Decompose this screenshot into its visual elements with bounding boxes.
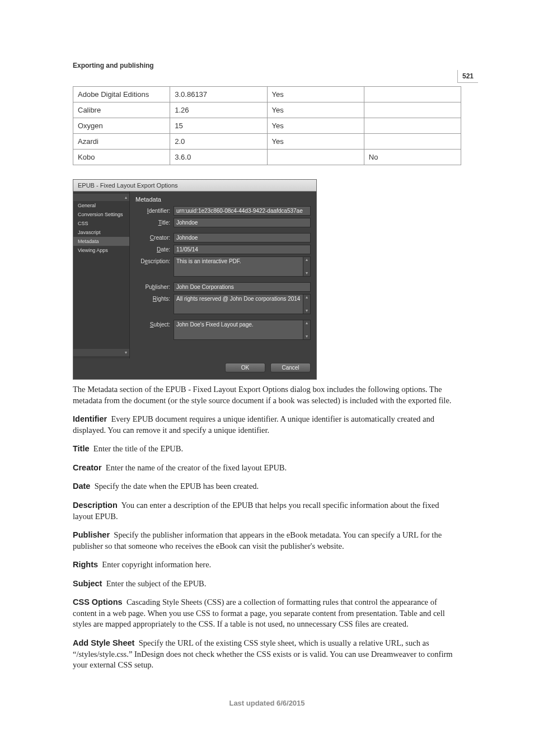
sidebar-item-viewing[interactable]: Viewing Apps (73, 246, 129, 255)
cell-version: 1.26 (170, 102, 267, 118)
table-row: Kobo 3.6.0 No (73, 150, 461, 165)
scroll-up-icon[interactable]: ▴ (73, 194, 129, 201)
footer-updated: Last updated 6/6/2015 (73, 699, 461, 707)
cell-version: 2.0 (170, 134, 267, 150)
publisher-paragraph: Publisher Specify the publisher informat… (73, 530, 461, 552)
creator-paragraph: Creator Enter the name of the creator of… (73, 463, 461, 474)
cell-note (364, 87, 461, 102)
date-text: Specify the date when the EPUB has been … (95, 482, 259, 491)
identifier-term: Identifier (73, 414, 107, 423)
creator-text: Enter the name of the creator of the fix… (106, 463, 287, 472)
css-term: CSS Options (73, 598, 123, 606)
description-label: Description: (135, 256, 174, 264)
publisher-term: Publisher (73, 530, 110, 539)
cell-support (267, 150, 364, 165)
creator-label: Creator: (135, 233, 174, 241)
publisher-label: Publisher: (135, 282, 174, 290)
cell-app: Azardi (73, 134, 170, 150)
cell-support: Yes (267, 134, 364, 150)
sidebar-item-conversion[interactable]: Conversion Settings (73, 210, 129, 219)
cell-app: Adobe Digital Editions (73, 87, 170, 102)
cell-version: 3.0.86137 (170, 87, 267, 102)
arrow-up-icon[interactable]: ▴ (306, 295, 308, 300)
arrow-up-icon[interactable]: ▴ (306, 320, 308, 326)
sidebar-item-general[interactable]: General (73, 201, 129, 210)
ok-button[interactable]: OK (225, 363, 265, 372)
rights-term: Rights (73, 560, 98, 569)
cancel-button[interactable]: Cancel (270, 363, 311, 372)
title-paragraph: Title Enter the title of the EPUB. (73, 444, 461, 455)
title-text: Enter the title of the EPUB. (93, 444, 183, 453)
creator-field[interactable]: Johndoe (174, 233, 311, 242)
date-paragraph: Date Specify the date when the EPUB has … (73, 481, 461, 492)
date-term: Date (73, 482, 90, 491)
cell-note: No (364, 150, 461, 165)
table-row: Oxygen 15 Yes (73, 118, 461, 134)
description-text: You can enter a description of the EPUB … (73, 501, 439, 521)
subject-scrollbar[interactable]: ▴▾ (303, 320, 311, 340)
rights-scrollbar[interactable]: ▴▾ (303, 294, 311, 314)
description-field[interactable]: This is an interactive PDF. (174, 256, 303, 277)
arrow-down-icon[interactable]: ▾ (306, 270, 308, 276)
subject-field[interactable]: John Doe's Fixed Layout page. (174, 320, 303, 340)
subject-paragraph: Subject Enter the subject of the EPUB. (73, 578, 461, 590)
cell-version: 15 (170, 118, 267, 134)
sidebar-item-javascript[interactable]: Javascript (73, 228, 129, 237)
css-text: Cascading Style Sheets (CSS) are a colle… (73, 598, 445, 628)
scroll-down-icon[interactable]: ▾ (73, 349, 129, 356)
addss-term: Add Style Sheet (73, 638, 134, 647)
description-term: Description (73, 501, 118, 510)
date-field[interactable]: 11/05/14 (174, 245, 311, 254)
description-paragraph: Description You can enter a description … (73, 500, 461, 522)
publisher-text: Specify the publisher information that a… (73, 530, 442, 550)
rights-text: Enter copyright information here. (102, 560, 211, 569)
description-scrollbar[interactable]: ▴▾ (303, 256, 311, 277)
addss-paragraph: Add Style Sheet Specify the URL of the e… (73, 638, 461, 671)
rights-field[interactable]: All rights reserved @ John Doe corporati… (174, 294, 303, 314)
cell-note (364, 134, 461, 150)
cell-app: Oxygen (73, 118, 170, 134)
cell-note (364, 102, 461, 118)
arrow-down-icon[interactable]: ▾ (306, 308, 308, 314)
page-number: 521 (457, 70, 478, 83)
publisher-field[interactable]: John Doe Corporations (174, 282, 311, 292)
cell-version: 3.6.0 (170, 150, 267, 165)
subject-text: Enter the subject of the EPUB. (106, 579, 207, 588)
intro-paragraph: The Metadata section of the EPUB - Fixed… (73, 384, 461, 406)
cell-note (364, 118, 461, 134)
identifier-field[interactable]: urn:uuid:1e23c860-08c4-44d3-9422-daafdca… (174, 206, 311, 216)
cell-support: Yes (267, 102, 364, 118)
identifier-text: Every EPUB document requires a unique id… (73, 414, 434, 435)
section-title: Exporting and publishing (73, 62, 461, 69)
css-paragraph: CSS Options Cascading Style Sheets (CSS)… (73, 597, 461, 630)
compatibility-table: Adobe Digital Editions 3.0.86137 Yes Cal… (73, 86, 461, 165)
dialog-sidebar: ▴ General Conversion Settings CSS Javasc… (73, 192, 130, 358)
sidebar-item-metadata[interactable]: Metadata (73, 237, 129, 246)
title-term: Title (73, 444, 90, 453)
dialog-footer: OK Cancel (73, 358, 316, 379)
date-label: Date: (135, 245, 174, 253)
title-label: Title: (135, 218, 174, 226)
creator-term: Creator (73, 463, 102, 472)
dialog-title: EPUB - Fixed Layout Export Options (73, 180, 316, 192)
cell-support: Yes (267, 87, 364, 102)
subject-term: Subject (73, 579, 102, 588)
rights-paragraph: Rights Enter copyright information here. (73, 559, 461, 571)
table-row: Adobe Digital Editions 3.0.86137 Yes (73, 87, 461, 102)
cell-app: Calibre (73, 102, 170, 118)
dialog-main-panel: Metadata Identifier: urn:uuid:1e23c860-0… (130, 192, 316, 358)
export-options-dialog: EPUB - Fixed Layout Export Options ▴ Gen… (73, 179, 317, 380)
title-field[interactable]: Johndoe (174, 218, 311, 227)
subject-label: Subject: (135, 320, 174, 328)
table-row: Azardi 2.0 Yes (73, 134, 461, 150)
cell-support: Yes (267, 118, 364, 134)
cell-app: Kobo (73, 150, 170, 165)
rights-label: Rights: (135, 294, 174, 302)
arrow-up-icon[interactable]: ▴ (306, 257, 308, 263)
arrow-down-icon[interactable]: ▾ (306, 334, 308, 339)
dialog-section-header: Metadata (135, 196, 311, 203)
identifier-label: Identifier: (135, 206, 174, 214)
sidebar-item-css[interactable]: CSS (73, 219, 129, 228)
table-row: Calibre 1.26 Yes (73, 102, 461, 118)
identifier-paragraph: Identifier Every EPUB document requires … (73, 414, 461, 436)
